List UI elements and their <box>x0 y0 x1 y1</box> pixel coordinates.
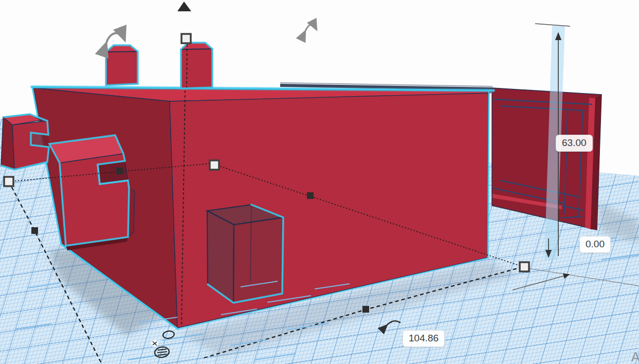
x-axis-marker-icon <box>151 340 158 347</box>
hole-cube-shape[interactable] <box>207 205 283 303</box>
edge-handle[interactable] <box>31 227 38 234</box>
edge-handle[interactable] <box>307 192 314 199</box>
height-dimension-field[interactable]: 63.00 <box>556 135 593 152</box>
c-block-shape-small[interactable] <box>1 114 49 170</box>
scale-handle-mid[interactable] <box>210 160 219 170</box>
raise-arrow-icon[interactable] <box>177 2 191 11</box>
rotate-arrow-icon-bottom[interactable] <box>387 321 400 325</box>
scene-canvas <box>0 0 639 364</box>
edge-handle[interactable] <box>362 306 369 313</box>
viewport[interactable]: 63.00 0.00 104.86 A <box>0 0 639 364</box>
corner-watermark: A <box>631 350 639 364</box>
rotate-arrow-icon-left[interactable] <box>106 33 125 43</box>
edge-handle[interactable] <box>116 168 123 174</box>
cylinder-shape-right[interactable] <box>181 43 212 88</box>
base-elevation-field[interactable]: 0.00 <box>579 236 611 253</box>
rotate-arrow-icon-top[interactable] <box>305 25 317 31</box>
flattened-rotate-ring-icon[interactable] <box>162 330 175 339</box>
cylinder-shape-left[interactable] <box>106 45 138 85</box>
flattened-grip-ring-icon[interactable] <box>154 346 170 358</box>
scale-handle-left[interactable] <box>4 177 13 186</box>
width-dimension-field[interactable]: 104.86 <box>403 330 445 347</box>
scale-handle-top[interactable] <box>181 34 191 43</box>
scale-handle-right[interactable] <box>520 262 529 271</box>
